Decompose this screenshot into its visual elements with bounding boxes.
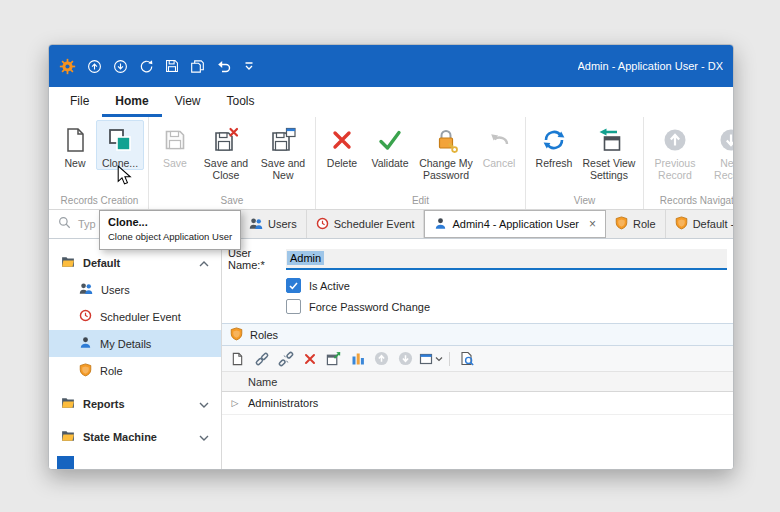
tooltip-description: Clone object Application User <box>108 231 232 243</box>
roles-toolbar <box>222 346 733 372</box>
next-record-circle-icon <box>718 125 734 155</box>
save-and-close-button[interactable]: Save and Close <box>198 120 254 183</box>
roles-new-button[interactable] <box>227 349 248 368</box>
search-placeholder: Typ <box>78 218 96 230</box>
previous-record-button[interactable]: Previous Record <box>648 120 702 183</box>
clone-icon <box>107 125 133 155</box>
qat-next-record-icon[interactable] <box>113 59 128 74</box>
mouse-cursor-icon <box>117 165 132 190</box>
reset-view-settings-button[interactable]: Reset View Settings <box>579 120 639 183</box>
scheduler-clock-icon <box>79 309 92 324</box>
qat-customize-chevron-icon[interactable] <box>243 60 255 72</box>
unlink-button[interactable] <box>275 349 296 368</box>
close-icon[interactable]: × <box>589 218 596 230</box>
nav-item-role[interactable]: Role <box>49 357 221 384</box>
users-icon <box>249 217 263 232</box>
change-password-button[interactable]: Change My Password <box>416 120 476 183</box>
status-accent <box>57 456 74 469</box>
ribbon-group-label: Records Navigation <box>648 193 734 209</box>
chevron-up-icon <box>199 257 209 269</box>
roles-delete-button[interactable] <box>299 349 320 368</box>
doc-tab-default-role[interactable]: Default - Role <box>666 210 733 238</box>
row-expander-icon[interactable]: ▷ <box>222 398 248 408</box>
username-label: User Name:* <box>228 247 286 271</box>
force-password-change-checkbox[interactable] <box>286 299 301 314</box>
ribbon-group-edit: Delete Validate <box>315 117 525 209</box>
nav-group-label: State Machine <box>83 431 191 443</box>
ribbon: New Clone... Records Creation <box>49 117 733 210</box>
nav-group-reports[interactable]: Reports <box>49 390 221 417</box>
ribbon-group-view: Refresh Reset View Settings <box>525 117 643 209</box>
ribbon-group-label: Save <box>153 193 311 209</box>
doc-tab-admin4-application-user[interactable]: Admin4 - Application User × <box>424 210 606 238</box>
table-row[interactable]: ▷ Administrators <box>222 392 733 415</box>
nav-item-scheduler-event[interactable]: Scheduler Event <box>49 303 221 330</box>
validate-button[interactable]: Validate <box>365 120 415 170</box>
qat-previous-record-icon[interactable] <box>87 59 102 74</box>
qat-undo-icon[interactable] <box>216 58 232 74</box>
folder-icon <box>61 255 75 270</box>
find-button[interactable] <box>456 349 477 368</box>
window-title: Admin - Application User - DX <box>578 60 724 72</box>
doc-tab-scheduler-event[interactable]: Scheduler Event <box>307 210 425 238</box>
qat-save-icon[interactable] <box>165 59 179 73</box>
qat-refresh-icon[interactable] <box>139 59 154 74</box>
ribbon-group-records-navigation: Previous Record Next Record Records Navi… <box>643 117 734 209</box>
tab-view[interactable]: View <box>162 87 214 117</box>
ribbon-tab-bar: File Home View Tools <box>49 87 733 117</box>
main-area: Default Users <box>49 239 733 469</box>
move-up-button[interactable] <box>371 349 392 368</box>
username-field[interactable]: Admin <box>286 249 727 270</box>
save-and-close-icon <box>213 125 239 155</box>
refresh-icon <box>541 125 567 155</box>
clone-button[interactable]: Clone... <box>96 120 144 170</box>
nav-group-default[interactable]: Default <box>49 249 221 276</box>
cancel-button[interactable]: Cancel <box>477 120 521 170</box>
role-shield-icon <box>675 216 688 232</box>
grid-cell-name: Administrators <box>248 397 318 409</box>
nav-item-my-details[interactable]: My Details <box>49 330 221 357</box>
nav-item-users[interactable]: Users <box>49 276 221 303</box>
titlebar: Admin - Application User - DX <box>49 45 733 87</box>
delete-x-icon <box>330 125 354 155</box>
tab-tools[interactable]: Tools <box>213 87 267 117</box>
next-record-button[interactable]: Next Record <box>703 120 734 183</box>
tab-home[interactable]: Home <box>102 87 161 117</box>
quick-access-toolbar <box>59 58 255 75</box>
window-dropdown-button[interactable] <box>419 349 443 368</box>
save-and-new-button[interactable]: Save and New <box>255 120 311 183</box>
role-shield-icon <box>79 363 92 379</box>
nav-group-label: Default <box>83 257 191 269</box>
new-button[interactable]: New <box>55 120 95 170</box>
grid-column-name[interactable]: Name <box>222 376 277 388</box>
tab-file[interactable]: File <box>57 87 102 117</box>
doc-tab-role[interactable]: Role <box>606 210 666 238</box>
save-button[interactable]: Save <box>153 120 197 170</box>
previous-record-circle-icon <box>662 125 688 155</box>
open-window-button[interactable] <box>323 349 344 368</box>
roles-group-header: Roles <box>222 323 733 346</box>
refresh-button[interactable]: Refresh <box>530 120 578 170</box>
app-gear-icon[interactable] <box>59 58 76 75</box>
app-window: Admin - Application User - DX File Home … <box>48 44 734 470</box>
force-password-change-row: Force Password Change <box>286 299 727 314</box>
move-down-button[interactable] <box>395 349 416 368</box>
nav-group-label: Reports <box>83 398 191 410</box>
delete-button[interactable]: Delete <box>320 120 364 170</box>
is-active-row: Is Active <box>286 278 727 293</box>
is-active-label: Is Active <box>309 280 350 292</box>
chevron-down-icon <box>199 431 209 443</box>
folder-icon <box>61 429 75 444</box>
nav-group-state-machine[interactable]: State Machine <box>49 423 221 450</box>
navigation-panel: Default Users <box>49 239 222 469</box>
doc-tab-users[interactable]: Users <box>240 210 307 238</box>
is-active-checkbox[interactable] <box>286 278 301 293</box>
document-tabstrip: Users Scheduler Event <box>240 210 733 238</box>
link-button[interactable] <box>251 349 272 368</box>
user-icon <box>434 217 447 232</box>
folder-icon <box>61 396 75 411</box>
search-icon <box>58 215 71 233</box>
qat-save-and-close-icon[interactable] <box>190 59 205 74</box>
ribbon-group-label: Records Creation <box>55 193 144 209</box>
columns-chart-button[interactable] <box>347 349 368 368</box>
